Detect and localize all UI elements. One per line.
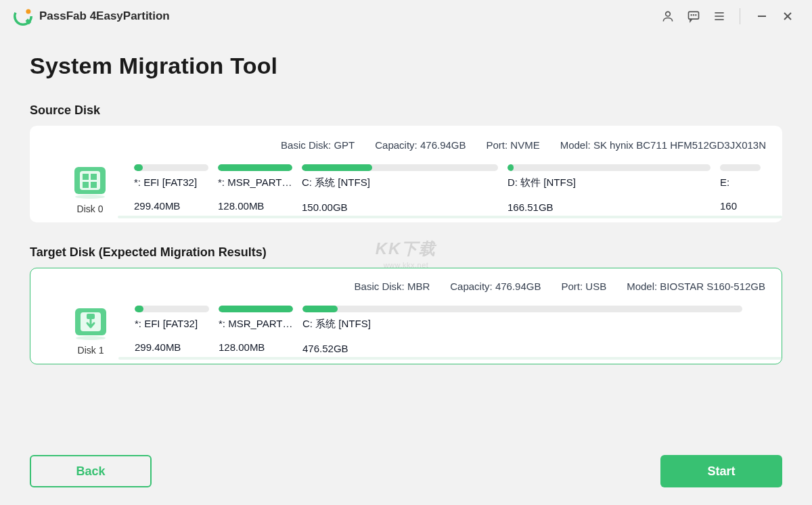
footer: Back Start: [30, 455, 782, 487]
source-disk-meta: Basic Disk: GPT Capacity: 476.94GB Port:…: [46, 139, 766, 151]
partition-size: 150.00GB: [302, 201, 498, 213]
app-title: PassFab 4EasyPartition: [39, 9, 170, 23]
svg-point-6: [696, 15, 696, 16]
minimize-icon[interactable]: [751, 5, 773, 27]
main-content: System Migration Tool Source Disk Basic …: [0, 32, 812, 394]
app-logo-icon: [14, 7, 32, 26]
target-scrollbar[interactable]: [118, 357, 782, 360]
partition-size: 128.00MB: [219, 341, 293, 353]
partition-bar: [302, 306, 742, 312]
meta-basic: Basic Disk: MBR: [355, 281, 430, 292]
partition-label: *: EFI [FAT32]: [135, 318, 209, 329]
source-disk-icon: [72, 163, 108, 199]
close-icon[interactable]: [777, 5, 798, 27]
partition-label: *: MSR_PARTI...: [218, 176, 292, 188]
menu-icon[interactable]: [708, 5, 730, 27]
titlebar-separator: [740, 8, 740, 24]
partition-label: *: EFI [FAT32]: [134, 176, 208, 188]
account-icon[interactable]: [657, 5, 679, 27]
partition-label: *: MSR_PARTI...: [219, 318, 293, 329]
svg-point-23: [76, 336, 106, 340]
start-button[interactable]: Start: [660, 455, 782, 487]
svg-point-1: [26, 9, 30, 14]
svg-point-2: [666, 11, 671, 16]
svg-point-4: [691, 15, 692, 16]
meta-port: Port: NVME: [487, 139, 540, 151]
source-section-label: Source Disk: [30, 103, 782, 118]
meta-model: Model: BIOSTAR S160-512GB: [627, 281, 765, 292]
partition-bar: [508, 164, 710, 171]
back-button[interactable]: Back: [30, 455, 152, 487]
meta-capacity: Capacity: 476.94GB: [375, 139, 466, 151]
partition-size: 299.40MB: [134, 200, 208, 212]
target-disk-name: Disk 1: [47, 345, 135, 356]
partition-size: 166.51GB: [508, 201, 710, 213]
svg-point-19: [75, 195, 105, 199]
source-disk-card: Basic Disk: GPT Capacity: 476.94GB Port:…: [30, 126, 782, 222]
partition-bar: [219, 306, 293, 312]
partition-label: D: 软件 [NTFS]: [508, 176, 710, 189]
target-disk-meta: Basic Disk: MBR Capacity: 476.94GB Port:…: [47, 281, 765, 292]
meta-port: Port: USB: [561, 281, 606, 292]
source-scrollbar[interactable]: [118, 216, 782, 218]
svg-rect-16: [91, 174, 97, 180]
partition[interactable]: D: 软件 [NTFS]166.51GB: [508, 164, 710, 213]
partition-label: E:: [720, 176, 761, 188]
meta-basic: Basic Disk: GPT: [281, 139, 355, 151]
svg-point-5: [694, 15, 694, 16]
partition-bar: [134, 164, 208, 171]
target-disk-icon: [72, 304, 109, 341]
partition[interactable]: *: EFI [FAT32]299.40MB: [135, 306, 209, 354]
partition[interactable]: C: 系统 [NTFS]476.52GB: [302, 306, 742, 354]
partition[interactable]: *: MSR_PARTI...128.00MB: [219, 306, 293, 354]
partition-size: 476.52GB: [302, 343, 742, 354]
partition-label: C: 系统 [NTFS]: [302, 318, 742, 331]
partition[interactable]: E: 160: [720, 164, 761, 213]
meta-capacity: Capacity: 476.94GB: [450, 281, 541, 292]
partition[interactable]: *: EFI [FAT32]299.40MB: [134, 164, 208, 213]
partition-size: 128.00MB: [218, 200, 292, 212]
titlebar: PassFab 4EasyPartition: [0, 0, 812, 32]
meta-model: Model: SK hynix BC711 HFM512GD3JX013N: [560, 139, 766, 151]
partition-bar: [218, 164, 292, 171]
partition-label: C: 系统 [NTFS]: [302, 176, 498, 189]
feedback-icon[interactable]: [683, 5, 704, 27]
partition-bar: [720, 164, 761, 171]
partition[interactable]: *: MSR_PARTI...128.00MB: [218, 164, 292, 213]
source-disk-name: Disk 0: [46, 203, 134, 214]
svg-rect-15: [83, 174, 89, 180]
target-disk-card[interactable]: Basic Disk: MBR Capacity: 476.94GB Port:…: [30, 268, 782, 364]
partition-bar: [135, 306, 209, 312]
svg-rect-17: [83, 182, 89, 188]
page-title: System Migration Tool: [30, 53, 782, 79]
source-partitions: *: EFI [FAT32]299.40MB*: MSR_PARTI...128…: [134, 164, 766, 213]
partition-size: 160: [720, 200, 761, 212]
partition-size: 299.40MB: [135, 341, 209, 353]
target-section-label: Target Disk (Expected Migration Results): [30, 245, 782, 260]
svg-rect-18: [91, 182, 97, 188]
partition[interactable]: C: 系统 [NTFS]150.00GB: [302, 164, 498, 213]
target-partitions: *: EFI [FAT32]299.40MB*: MSR_PARTI...128…: [135, 306, 765, 354]
partition-bar: [302, 164, 498, 171]
